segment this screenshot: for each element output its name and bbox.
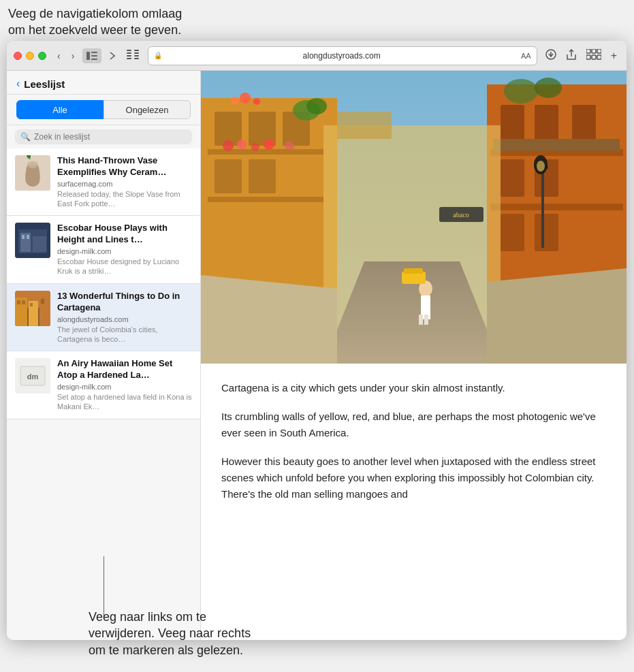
item-thumbnail-hawaiian: dm [15, 358, 50, 394]
search-bar: 🔍 [15, 129, 192, 144]
list-item[interactable]: This Hand-Thrown Vase Exemplifies Why Ce… [7, 148, 200, 216]
article-image: abaco [201, 71, 627, 364]
title-bar: ‹ › [7, 41, 627, 71]
svg-rect-10 [134, 55, 139, 57]
svg-rect-30 [22, 235, 25, 239]
sidebar-back-button[interactable]: ‹ [16, 78, 20, 90]
download-icon [545, 49, 556, 60]
svg-point-88 [231, 97, 239, 105]
svg-marker-76 [201, 275, 337, 364]
share-button[interactable] [563, 47, 580, 65]
filter-bar: Alle Ongelezen [7, 95, 200, 125]
svg-point-54 [237, 140, 247, 149]
fullscreen-button[interactable] [38, 52, 46, 60]
svg-rect-5 [127, 52, 131, 54]
url-bar[interactable]: 🔒 alongdustyroads.com AA [148, 46, 537, 65]
svg-rect-49 [215, 159, 242, 193]
item-info: An Airy Hawaiian Home Set Atop a Hardene… [57, 358, 192, 411]
search-icon: 🔍 [20, 132, 31, 142]
svg-rect-38 [22, 300, 25, 304]
svg-rect-60 [535, 105, 558, 142]
svg-marker-77 [487, 268, 627, 364]
item-info: 13 Wonderful Things to Do in Cartagena a… [57, 291, 192, 344]
svg-rect-0 [86, 52, 90, 60]
svg-rect-8 [134, 50, 139, 51]
web-content: abaco [201, 71, 627, 640]
sidebar-icon [86, 52, 97, 60]
svg-point-89 [240, 93, 251, 103]
svg-rect-18 [586, 55, 590, 59]
svg-rect-20 [597, 55, 601, 59]
svg-point-55 [251, 143, 259, 151]
list-item[interactable]: 13 Wonderful Things to Do in Cartagena a… [7, 284, 200, 351]
svg-rect-67 [490, 204, 623, 210]
article-paragraph: However this beauty goes to another leve… [221, 453, 606, 502]
svg-point-57 [285, 141, 294, 150]
svg-rect-7 [127, 58, 131, 59]
svg-rect-6 [127, 55, 131, 57]
svg-rect-4 [127, 50, 131, 51]
filter-unread-button[interactable]: Ongelezen [104, 100, 191, 119]
item-excerpt: Escobar House designed by Luciano Kruk i… [57, 257, 192, 276]
item-info: This Hand-Thrown Vase Exemplifies Why Ce… [57, 155, 192, 208]
svg-rect-34 [15, 298, 27, 326]
svg-rect-19 [592, 55, 596, 59]
aa-button[interactable]: AA [521, 52, 531, 60]
svg-rect-62 [501, 159, 524, 197]
reader-button[interactable] [123, 48, 142, 63]
back-button[interactable]: ‹ [54, 49, 63, 63]
svg-rect-52 [208, 197, 323, 202]
forward-button[interactable]: › [69, 49, 78, 63]
item-thumbnail-cartagena [15, 291, 50, 326]
item-title: 13 Wonderful Things to Do in Cartagena [57, 291, 192, 314]
svg-rect-9 [134, 52, 139, 54]
svg-rect-59 [501, 105, 524, 142]
add-tab-button[interactable]: + [608, 48, 620, 63]
close-button[interactable] [14, 52, 22, 60]
list-item[interactable]: Escobar House Plays with Height and Line… [7, 216, 200, 283]
tabs-icon [586, 49, 601, 60]
sidebar-title: Leeslijst [24, 78, 65, 90]
item-thumbnail-escobar [15, 223, 50, 258]
search-input[interactable] [34, 132, 187, 142]
svg-rect-61 [572, 105, 596, 142]
svg-text:dm: dm [27, 372, 39, 381]
sidebar-chevron-button[interactable] [107, 50, 118, 61]
svg-text:abaco: abaco [453, 211, 469, 219]
svg-rect-82 [419, 315, 423, 325]
svg-point-91 [504, 79, 538, 103]
item-title: Escobar House Plays with Height and Line… [57, 223, 192, 246]
svg-rect-1 [91, 52, 97, 53]
svg-point-90 [253, 98, 260, 105]
svg-rect-68 [494, 139, 620, 151]
item-thumbnail-vase [15, 155, 50, 191]
sidebar-header: ‹ Leeslijst [7, 71, 200, 95]
svg-rect-31 [27, 235, 29, 239]
svg-rect-15 [586, 49, 590, 53]
chevron-down-icon [110, 52, 115, 60]
tabs-button[interactable] [584, 48, 604, 64]
svg-rect-69 [541, 166, 544, 248]
browser-window: ‹ › [7, 41, 627, 640]
svg-rect-85 [404, 268, 423, 274]
sidebar: ‹ Leeslijst Alle Ongelezen 🔍 [7, 71, 201, 640]
svg-point-87 [306, 98, 327, 114]
main-area: ‹ Leeslijst Alle Ongelezen 🔍 [7, 71, 627, 640]
svg-rect-17 [597, 49, 601, 53]
article-paragraph: Cartagena is a city which gets under you… [221, 380, 606, 396]
minimize-button[interactable] [26, 52, 34, 60]
sidebar-toggle-button[interactable] [82, 48, 101, 63]
svg-point-53 [223, 140, 234, 151]
cartagena-street-svg: abaco [201, 71, 627, 364]
share-icon [566, 48, 577, 61]
svg-rect-65 [535, 214, 558, 251]
url-text: alongdustyroads.com [165, 51, 518, 61]
filter-all-button[interactable]: Alle [16, 100, 104, 119]
download-button[interactable] [543, 48, 559, 64]
item-title: An Airy Hawaiian Home Set Atop a Hardene… [57, 358, 192, 381]
svg-rect-29 [33, 236, 46, 252]
svg-rect-2 [91, 55, 97, 57]
article-paragraph: Its crumbling walls of yellow, red, and … [221, 409, 606, 441]
list-item[interactable]: dm An Airy Hawaiian Home Set Atop a Hard… [7, 351, 200, 419]
svg-rect-11 [134, 58, 139, 59]
